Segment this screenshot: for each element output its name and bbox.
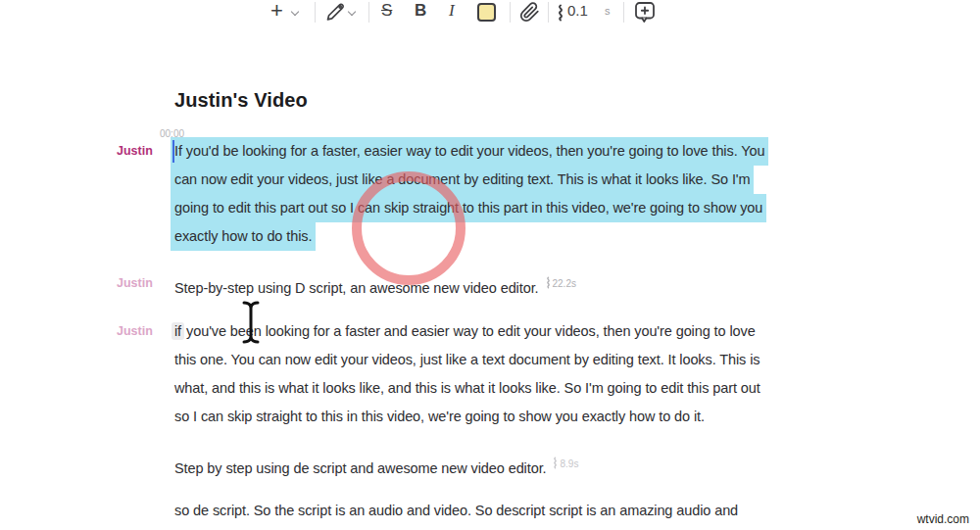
seconds-unit-label: s [605, 5, 611, 17]
comment-add-icon [634, 1, 656, 24]
bold-icon: B [415, 1, 426, 20]
transcript-text[interactable]: you've been looking for a faster and eas… [186, 323, 756, 339]
gap-duration-badge[interactable]: 8.9s [552, 458, 578, 469]
speaker-label[interactable]: Justin [117, 324, 153, 338]
toolbar-divider [623, 2, 624, 23]
toolbar-divider [315, 2, 316, 23]
highlight-button[interactable] [477, 3, 496, 22]
formatting-toolbar: + S B I [0, 0, 980, 26]
chevron-down-icon[interactable] [292, 9, 299, 16]
speaker-label[interactable]: Justin [117, 276, 153, 290]
document-title[interactable]: Justin's Video [174, 89, 308, 112]
gap-threshold-value[interactable]: 0.1 [567, 2, 588, 19]
text-caret [172, 140, 174, 163]
transcript-paragraph[interactable]: Step-by-step using D script, an awesome … [174, 269, 576, 298]
attachment-button[interactable] [519, 2, 540, 26]
speaker-label[interactable]: Justin [117, 144, 153, 158]
transcript-paragraph[interactable]: Step by step using de script and awesome… [174, 450, 578, 478]
highlighted-text-line[interactable]: If you'd be looking for a faster, easier… [171, 137, 768, 166]
bold-button[interactable]: B [415, 1, 426, 21]
toolbar-divider [368, 2, 369, 23]
transcript-paragraph[interactable]: so de script. So the script is an audio … [174, 497, 738, 525]
strikethrough-icon: S [381, 1, 392, 20]
word-gap-squiggle-icon [555, 4, 565, 22]
watermark: wtvid.com [917, 512, 969, 526]
italic-button[interactable]: I [449, 1, 455, 21]
toolbar-divider [510, 2, 511, 23]
add-comment-button[interactable] [634, 1, 656, 27]
hovered-word[interactable]: if [172, 322, 184, 340]
strikethrough-button[interactable]: S [381, 1, 392, 21]
plus-icon: + [270, 0, 283, 23]
transcript-paragraph[interactable]: ifyou've been looking for a faster and e… [174, 317, 760, 431]
toolbar-divider [548, 2, 549, 23]
highlighted-text-line[interactable]: exactly how to do this. [171, 222, 316, 251]
paperclip-icon [519, 2, 540, 23]
transcript-text[interactable]: so de script. So the script is an audio … [174, 503, 738, 518]
italic-icon: I [449, 1, 455, 20]
transcript-text[interactable]: this one. You can now edit your videos, … [174, 352, 760, 367]
chevron-down-icon[interactable] [349, 9, 356, 16]
descript-editor-window: + S B I [0, 0, 980, 530]
word-gap-squiggle-icon [552, 457, 559, 469]
pen-style-button[interactable] [325, 2, 345, 25]
highlighted-text-line[interactable]: going to edit this part out so I can ski… [171, 194, 766, 222]
word-gap-control[interactable] [555, 4, 565, 25]
word-gap-squiggle-icon [545, 276, 552, 289]
transcript-text[interactable]: Step by step using de script and awesome… [174, 460, 546, 476]
transcript-text[interactable]: what, and this is what it looks like, an… [174, 380, 760, 396]
transcript-paragraph[interactable]: If you'd be looking for a faster, easier… [174, 137, 764, 251]
insert-button[interactable]: + [270, 0, 283, 23]
highlighted-text-line[interactable]: can now edit your videos, just like a do… [171, 166, 754, 194]
transcript-text[interactable]: so I can skip straight to this in this v… [174, 409, 705, 424]
transcript-text[interactable]: Step-by-step using D script, an awesome … [174, 280, 539, 296]
pen-icon [325, 2, 345, 22]
gap-duration-badge[interactable]: 22.2s [545, 278, 576, 289]
